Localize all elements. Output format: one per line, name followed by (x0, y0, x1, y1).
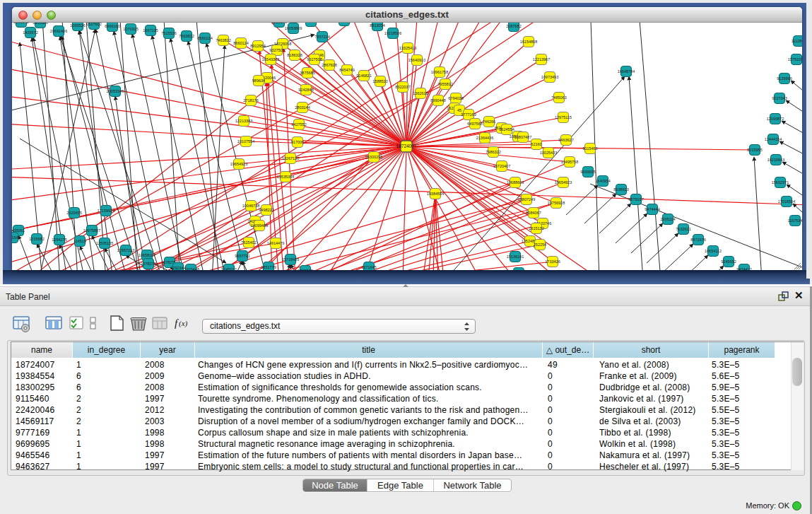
svg-text:25300295: 25300295 (365, 155, 382, 159)
svg-text:1089176: 1089176 (271, 23, 286, 24)
svg-text:7955812: 7955812 (437, 82, 452, 86)
svg-text:9657791: 9657791 (235, 254, 249, 258)
svg-text:13495758: 13495758 (561, 160, 578, 164)
svg-text:15136141: 15136141 (507, 255, 524, 259)
svg-text:12213967: 12213967 (533, 57, 550, 62)
svg-text:6879197: 6879197 (628, 197, 643, 201)
svg-text:15720407: 15720407 (493, 164, 510, 168)
svg-text:19218506: 19218506 (384, 31, 401, 35)
svg-text:8990448: 8990448 (430, 98, 445, 103)
svg-text:7515526: 7515526 (161, 31, 176, 35)
svg-text:12505135: 12505135 (96, 241, 113, 245)
svg-text:33154: 33154 (12, 235, 18, 240)
svg-text:8938923: 8938923 (613, 187, 628, 192)
svg-text:9427552: 9427552 (291, 122, 306, 127)
svg-text:9242848: 9242848 (298, 88, 313, 92)
svg-text:3875685: 3875685 (300, 71, 314, 75)
svg-text:252254: 252254 (534, 243, 546, 247)
svg-text:746266: 746266 (483, 119, 495, 124)
svg-text:1736545: 1736545 (298, 269, 312, 270)
svg-text:10107554: 10107554 (237, 139, 254, 144)
svg-text:62160: 62160 (531, 142, 541, 146)
svg-text:1667135: 1667135 (143, 28, 158, 33)
svg-text:19384554: 19384554 (427, 192, 444, 196)
svg-text:10961758: 10961758 (431, 70, 448, 74)
svg-text:9129966: 9129966 (777, 76, 792, 81)
svg-text:8813054: 8813054 (370, 23, 384, 28)
svg-text:2803144: 2803144 (295, 105, 310, 110)
svg-text:9146821: 9146821 (356, 74, 371, 78)
svg-text:13325419: 13325419 (399, 46, 416, 50)
svg-text:1294275: 1294275 (52, 238, 66, 242)
svg-text:17957223: 17957223 (117, 248, 134, 252)
svg-text:8471676: 8471676 (690, 238, 705, 242)
svg-text:1112808: 1112808 (792, 39, 802, 43)
svg-text:9245012: 9245012 (221, 267, 236, 270)
svg-text:9777169: 9777169 (461, 112, 476, 117)
svg-text:1588520: 1588520 (372, 79, 387, 83)
svg-text:114519: 114519 (73, 239, 86, 243)
svg-text:9327508: 9327508 (307, 57, 322, 62)
svg-text:9084067: 9084067 (526, 211, 541, 215)
svg-text:19654923: 19654923 (555, 180, 572, 185)
svg-text:1362615: 1362615 (413, 91, 428, 95)
svg-text:17016504: 17016504 (778, 199, 795, 204)
svg-text:1733426: 1733426 (545, 259, 560, 264)
svg-text:10975887: 10975887 (83, 228, 100, 233)
svg-text:12444154: 12444154 (765, 137, 782, 141)
svg-text:8660124: 8660124 (233, 41, 248, 45)
svg-text:1078275: 1078275 (141, 262, 155, 266)
svg-text:21364436: 21364436 (476, 136, 493, 140)
svg-text:1615132: 1615132 (529, 226, 543, 230)
svg-text:10688609: 10688609 (507, 180, 524, 185)
svg-text:1851779: 1851779 (261, 265, 276, 269)
svg-text:1071915: 1071915 (123, 27, 138, 31)
svg-text:1405572: 1405572 (23, 30, 37, 35)
svg-text:1215682: 1215682 (29, 237, 44, 241)
svg-text:10046738: 10046738 (242, 204, 259, 208)
svg-text:18724007: 18724007 (396, 144, 417, 148)
svg-text:9498222: 9498222 (259, 208, 273, 212)
svg-text:20691406: 20691406 (50, 29, 67, 33)
svg-text:7357224: 7357224 (314, 35, 329, 39)
svg-text:15692971: 15692971 (772, 180, 789, 185)
svg-text:2059142: 2059142 (13, 23, 28, 24)
svg-text:1588352: 1588352 (303, 23, 318, 23)
svg-text:16210643: 16210643 (767, 158, 784, 162)
svg-text:7463822: 7463822 (216, 38, 230, 42)
svg-text:18807249: 18807249 (518, 197, 535, 201)
svg-text:10807487: 10807487 (514, 135, 531, 139)
svg-text:7663822: 7663822 (179, 34, 194, 38)
svg-text:15718485: 15718485 (282, 257, 299, 262)
svg-text:13535394: 13535394 (277, 175, 294, 179)
svg-text:2020655: 2020655 (66, 211, 81, 215)
svg-text:9327505: 9327505 (269, 48, 284, 52)
svg-text:1167534: 1167534 (787, 218, 802, 223)
svg-text:9463627: 9463627 (558, 138, 573, 142)
svg-text:6497568: 6497568 (467, 122, 482, 126)
svg-text:9245652: 9245652 (721, 259, 736, 264)
svg-text:15640910: 15640910 (408, 58, 425, 62)
svg-text:2935114: 2935114 (660, 217, 675, 221)
svg-text:9474444: 9474444 (645, 207, 659, 211)
svg-text:9699695: 9699695 (580, 170, 595, 174)
svg-text:8454749: 8454749 (339, 68, 354, 72)
svg-text:16154808: 16154808 (520, 40, 537, 44)
svg-text:17159924: 17159924 (98, 209, 114, 213)
svg-text:12213383: 12213383 (235, 119, 252, 123)
svg-text:8912954: 8912954 (250, 44, 265, 48)
svg-text:19654923: 19654923 (230, 162, 247, 166)
svg-text:14099489: 14099489 (251, 223, 268, 228)
svg-text:1527602: 1527602 (86, 23, 101, 26)
svg-text:1371645: 1371645 (361, 265, 376, 269)
svg-text:2087682: 2087682 (506, 24, 521, 28)
svg-text:1965326: 1965326 (33, 23, 47, 25)
svg-text:6966160: 6966160 (105, 24, 119, 28)
svg-text:29053346: 29053346 (107, 89, 124, 93)
svg-text:12093872: 12093872 (767, 117, 784, 121)
svg-text:16543362: 16543362 (262, 57, 279, 62)
svg-text:8322037: 8322037 (395, 85, 410, 89)
svg-text:7632621: 7632621 (676, 227, 690, 231)
svg-text:7986322: 7986322 (486, 150, 500, 154)
svg-text:14914479: 14914479 (267, 241, 284, 245)
